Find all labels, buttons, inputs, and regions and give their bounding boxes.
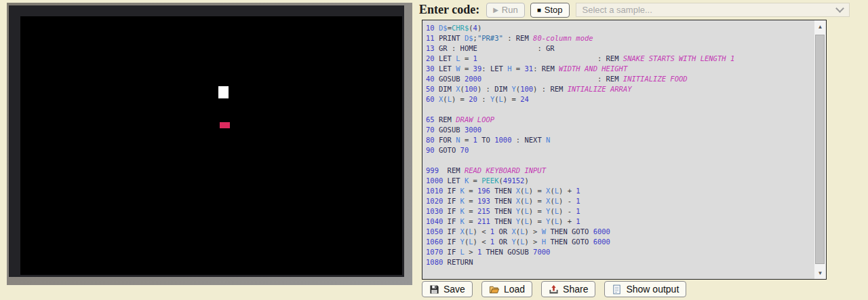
code-line: 10 D$=CHR$(4) xyxy=(426,23,814,33)
code-line: 1999 REM CREATE FOOD xyxy=(426,278,814,279)
save-button[interactable]: Save xyxy=(422,281,473,297)
code-editor[interactable]: 10 D$=CHR$(4)11 PRINT D$;"PR#3" : REM 80… xyxy=(422,20,827,280)
monitor-bezel xyxy=(7,3,412,285)
code-line: 1050 IF X(L) < 1 OR X(L) > W THEN GOTO 6… xyxy=(426,227,814,237)
code-line: 40 GOSUB 2000 : REM INITIALIZE FOOD xyxy=(426,74,814,84)
load-button[interactable]: Load xyxy=(481,281,532,297)
code-line: 1010 IF K = 196 THEN X(L) = X(L) + 1 xyxy=(426,186,814,196)
code-line: 80 FOR N = 1 TO 1000 : NEXT N xyxy=(426,135,814,145)
document-icon xyxy=(612,284,622,295)
share-upload-icon xyxy=(549,284,559,295)
show-output-button[interactable]: Show output xyxy=(604,281,686,297)
code-line: 65 REM DRAW LOOP xyxy=(426,115,814,125)
code-line: 1000 LET K = PEEK(49152) xyxy=(426,176,814,186)
enter-code-label: Enter code: xyxy=(419,3,479,17)
code-line: 11 PRINT D$;"PR#3" : REM 80-column mode xyxy=(426,33,814,43)
code-line xyxy=(426,155,814,166)
code-line: 999 REM READ KEYBOARD INPUT xyxy=(426,166,814,176)
save-button-label: Save xyxy=(443,284,465,295)
code-line: 1070 IF L > 1 THEN GOSUB 7000 xyxy=(426,247,814,257)
toolbar: Enter code: ▶ Run ■ Stop Select a sample… xyxy=(419,0,865,20)
code-line: 1020 IF K = 193 THEN X(L) = X(L) - 1 xyxy=(426,196,814,206)
code-line: 60 X(L) = 20 : Y(L) = 24 xyxy=(426,94,814,105)
code-line: 50 DIM X(100) : DIM Y(100) : REM INTIALI… xyxy=(426,84,814,94)
stop-icon: ■ xyxy=(537,7,541,14)
scroll-up-button[interactable]: ▲ xyxy=(814,21,826,32)
play-icon: ▶ xyxy=(493,7,498,14)
stop-button[interactable]: ■ Stop xyxy=(530,3,570,18)
code-line: 1060 IF Y(L) < 1 OR Y(L) > H THEN GOTO 6… xyxy=(426,237,814,247)
jsbasic-page: { "colors": { "page_bg": "#f1edd2", "edi… xyxy=(0,0,868,300)
editor-scrollbar[interactable]: ▲ ▼ xyxy=(814,20,826,279)
code-editor-content[interactable]: 10 D$=CHR$(4)11 PRINT D$;"PR#3" : REM 80… xyxy=(422,20,814,279)
code-line: 1080 RETURN xyxy=(426,257,814,267)
code-line: 1030 IF K = 215 THEN Y(L) = Y(L) - 1 xyxy=(426,206,814,217)
monitor-bezel-inner xyxy=(9,5,404,277)
scroll-down-button[interactable]: ▼ xyxy=(814,267,826,278)
action-bar: Save Load Share Show output xyxy=(422,281,686,297)
food-block xyxy=(220,122,230,128)
snake-block xyxy=(218,86,229,98)
code-line xyxy=(426,267,814,278)
code-line: 20 LET L = 1 : REM SNAKE STARTS WITH LEN… xyxy=(426,54,814,64)
sample-select[interactable]: Select a sample... xyxy=(576,3,850,17)
code-line: 13 GR : HOME : GR xyxy=(426,43,814,54)
share-button[interactable]: Share xyxy=(541,281,595,297)
open-folder-icon xyxy=(489,284,500,295)
floppy-disk-icon xyxy=(429,284,439,295)
code-line: 1040 IF K = 211 THEN Y(L) = Y(L) + 1 xyxy=(426,217,814,227)
chevron-down-icon xyxy=(835,4,844,13)
run-button-label: Run xyxy=(502,5,518,15)
sample-select-placeholder: Select a sample... xyxy=(583,5,652,15)
scrollbar-thumb[interactable] xyxy=(815,35,825,264)
run-button[interactable]: ▶ Run xyxy=(486,3,525,18)
share-button-label: Share xyxy=(563,284,588,295)
stop-button-label: Stop xyxy=(545,5,563,15)
load-button-label: Load xyxy=(504,284,525,295)
code-line xyxy=(426,105,814,115)
code-line: 70 GOSUB 3000 xyxy=(426,125,814,135)
code-line: 90 GOTO 70 xyxy=(426,145,814,155)
emulator-screen[interactable] xyxy=(20,16,402,275)
show-output-button-label: Show output xyxy=(626,284,679,295)
code-line: 30 LET W = 39: LET H = 31: REM WIDTH AND… xyxy=(426,64,814,74)
